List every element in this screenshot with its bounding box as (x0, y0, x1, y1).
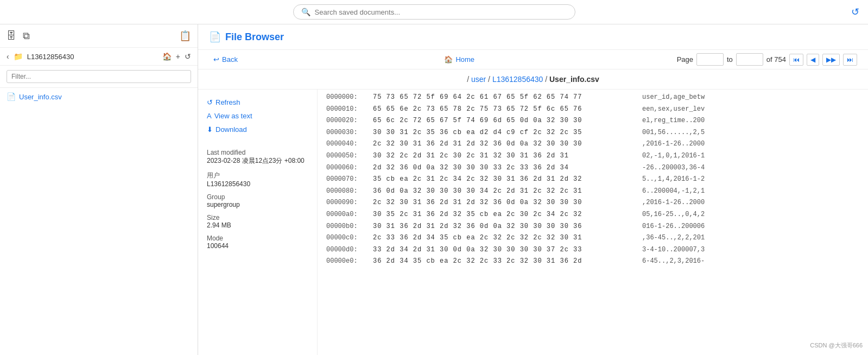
back-button[interactable]: ↩ Back (209, 53, 242, 66)
hex-bytes: 75 73 65 72 5f 69 64 2c 61 67 65 5f 62 6… (373, 92, 633, 104)
refresh-nav-icon[interactable]: ↺ (185, 52, 191, 61)
hex-ascii: el,reg_time..200 (642, 115, 705, 127)
table-row: 0000000:75 73 65 72 5f 69 64 2c 61 67 65… (326, 92, 859, 104)
search-wrapper: 🔍 (293, 4, 575, 20)
breadcrumb-separator2: / (488, 75, 490, 84)
download-button[interactable]: ⬇ Download (207, 123, 308, 136)
hex-address: 00000d0: (326, 244, 364, 256)
hex-bytes: 65 6c 2c 72 65 67 5f 74 69 6d 65 0d 0a 3… (373, 115, 633, 127)
breadcrumb-user-link[interactable]: user (471, 75, 488, 84)
hex-ascii: 001,56......,2,5 (642, 127, 705, 139)
pagination: Page 1 to 50 of 754 ⏮ ◀ ▶▶ ⏭ (677, 53, 857, 66)
hex-ascii: -26..200003,36-4 (642, 162, 705, 174)
copy-icon[interactable]: ⧉ (23, 30, 30, 42)
home-label: Home (455, 55, 474, 64)
sidebar-icons: 🗄 ⧉ (7, 30, 30, 42)
table-row: 0000050:30 32 2c 2d 31 2c 30 2c 31 32 30… (326, 150, 859, 162)
hex-ascii: 6..200004,-1,2,1 (642, 186, 705, 198)
hex-bytes: 30 32 2c 2d 31 2c 30 2c 31 32 30 31 36 2… (373, 150, 633, 162)
hex-address: 0000080: (326, 186, 364, 198)
hex-address: 0000060: (326, 162, 364, 174)
hex-bytes: 2c 33 36 2d 34 35 cb ea 2c 32 2c 32 2c 3… (373, 232, 633, 244)
hex-ascii: ,2016-1-26..2000 (642, 197, 705, 209)
breadcrumb-file: User_info.csv (549, 75, 599, 84)
page-per-input[interactable]: 50 (736, 53, 763, 66)
sidebar-top: 🗄 ⧉ 📋 (0, 24, 198, 48)
back-label: Back (222, 55, 238, 64)
nav-path: L13612856430 (27, 53, 158, 61)
hex-address: 0000000: (326, 92, 364, 104)
page-total-label: of 754 (766, 55, 786, 64)
add-nav-icon[interactable]: + (176, 52, 180, 61)
table-row: 00000c0:2c 33 36 2d 34 35 cb ea 2c 32 2c… (326, 232, 859, 244)
hex-address: 0000050: (326, 150, 364, 162)
page-title: File Browser (225, 31, 284, 43)
hex-address: 0000090: (326, 197, 364, 209)
hex-bytes: 33 2d 34 2d 31 30 0d 0a 32 30 30 30 30 3… (373, 244, 633, 256)
content-title: 📄 File Browser (209, 31, 284, 43)
text-view-icon: A (207, 112, 212, 120)
hex-ascii: 6-45..,2,3,2016- (642, 256, 705, 268)
user-label: 用户 (207, 171, 308, 180)
hex-bytes: 2d 32 36 0d 0a 32 30 30 30 33 2c 33 36 2… (373, 162, 633, 174)
home-button[interactable]: 🏠 Home (440, 53, 479, 66)
sidebar-top-right: 📋 (179, 30, 191, 42)
hex-address: 0000020: (326, 115, 364, 127)
folder-icon: 📁 (14, 52, 23, 61)
sidebar-file-item[interactable]: 📄 User_info.csv (0, 88, 198, 105)
user-value: L13612856430 (207, 180, 308, 188)
breadcrumb-separator1: / (467, 75, 469, 84)
last-modified-label: Last modified (207, 149, 308, 156)
table-row: 0000090:2c 32 30 31 36 2d 31 2d 32 36 0d… (326, 197, 859, 209)
prev-page-button[interactable]: ◀ (807, 54, 819, 66)
search-input[interactable] (315, 8, 567, 16)
hex-address: 00000e0: (326, 256, 364, 268)
hex-bytes: 65 65 6e 2c 73 65 78 2c 75 73 65 72 5f 6… (373, 104, 633, 116)
content-area: 📄 File Browser ↩ Back 🏠 Home Page 1 (198, 24, 868, 355)
table-row: 00000d0:33 2d 34 2d 31 30 0d 0a 32 30 30… (326, 244, 859, 256)
hex-bytes: 30 30 31 2c 35 36 cb ea d2 d4 c9 cf 2c 3… (373, 127, 633, 139)
hex-ascii: een,sex,user_lev (642, 104, 705, 116)
table-row: 0000010:65 65 6e 2c 73 65 78 2c 75 73 65… (326, 104, 859, 116)
table-row: 0000030:30 30 31 2c 35 36 cb ea d2 d4 c9… (326, 127, 859, 139)
view-as-text-button[interactable]: A View as text (207, 110, 308, 122)
hex-view-area: 0000000:75 73 65 72 5f 69 64 2c 61 67 65… (318, 90, 868, 355)
hex-ascii: ,2016-1-26..2000 (642, 138, 705, 150)
file-browser-icon: 📄 (209, 31, 221, 43)
refresh-icon[interactable]: ↺ (851, 6, 859, 18)
hex-ascii: user_id,age_betw (642, 92, 705, 104)
mode-label: Mode (207, 234, 308, 242)
hex-bytes: 36 2d 34 35 cb ea 2c 32 2c 33 2c 32 30 3… (373, 256, 633, 268)
breadcrumb-folder-link[interactable]: L13612856430 (492, 75, 545, 84)
chevron-left-icon[interactable]: ‹ (7, 52, 9, 61)
page-label: Page (677, 55, 693, 64)
download-label: Download (216, 125, 247, 134)
table-row: 0000080:36 0d 0a 32 30 30 30 30 34 2c 2d… (326, 186, 859, 198)
download-icon: ⬇ (207, 125, 213, 134)
home-nav-icon[interactable]: 🏠 (162, 52, 172, 61)
watermark: CSDN @大强哥666 (810, 341, 863, 350)
filter-input[interactable] (7, 70, 191, 83)
page-current-input[interactable]: 1 (696, 53, 724, 66)
hex-ascii: 05,16-25..,0,4,2 (642, 209, 705, 221)
hex-ascii: ,36-45..,2,2,201 (642, 232, 705, 244)
refresh-label: Refresh (216, 98, 240, 106)
refresh-button[interactable]: ↺ Refresh (207, 96, 308, 109)
hex-ascii: 016-1-26..200006 (642, 221, 705, 233)
sidebar-filter (0, 66, 198, 88)
last-page-button[interactable]: ⏭ (843, 54, 857, 66)
hex-address: 00000b0: (326, 221, 364, 233)
top-bar: 🔍 ↺ (0, 0, 868, 24)
table-row: 00000b0:30 31 36 2d 31 2d 32 36 0d 0a 32… (326, 221, 859, 233)
database-icon[interactable]: 🗄 (7, 30, 16, 42)
files-icon[interactable]: 📋 (179, 30, 191, 41)
last-modified-value: 2023-02-28 凌晨12点23分 +08:00 (207, 156, 308, 166)
hex-address: 00000a0: (326, 209, 364, 221)
file-name: User_info.csv (19, 93, 62, 101)
first-page-button[interactable]: ⏮ (789, 54, 803, 66)
hex-bytes: 36 0d 0a 32 30 30 30 30 34 2c 2d 31 2c 3… (373, 186, 633, 198)
file-info: Last modified 2023-02-28 凌晨12点23分 +08:00… (207, 143, 308, 250)
group-label: Group (207, 193, 308, 201)
left-info-panel: ↺ Refresh A View as text ⬇ Download Last… (198, 90, 318, 355)
next-page-button[interactable]: ▶▶ (822, 54, 840, 66)
